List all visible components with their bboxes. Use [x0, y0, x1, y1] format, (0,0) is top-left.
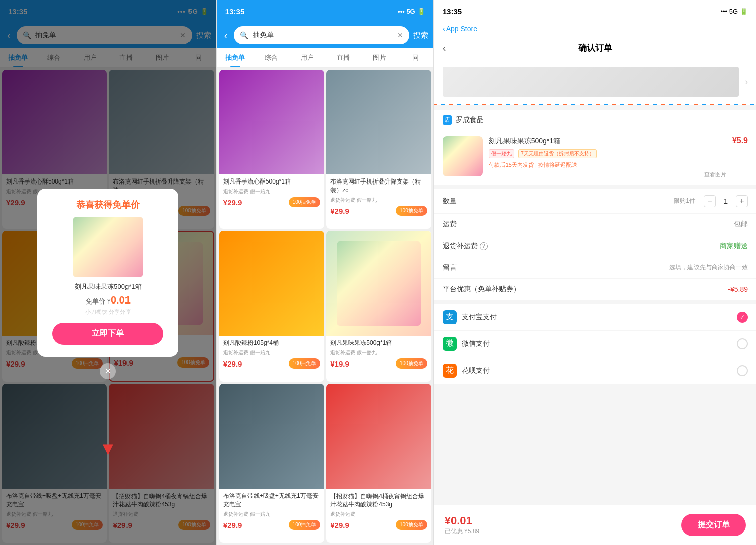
alipay-label: 支付宝支付 [462, 313, 737, 322]
popup-product-name: 刻凡果味果冻500g*1箱 [75, 282, 141, 291]
order-title: 确认订单 [578, 42, 612, 54]
order-time: 13:35 [443, 7, 462, 16]
p2-card-2[interactable]: 布洛克网红手机折叠升降支架（精装）zc 退货补运费 假一赔九 ¥29.9 100… [326, 70, 431, 229]
popup-close-button[interactable]: ✕ [100, 363, 116, 379]
back-button-2[interactable]: ‹ [222, 28, 230, 43]
return-shipping-value: 商家赠送 [720, 241, 748, 251]
p2-card-5[interactable]: 布洛克自带线+吸盘+无线充1万毫安充电宝 退货补运费 假一赔九 ¥29.9 10… [219, 384, 324, 543]
seller-icon: 店 [443, 115, 452, 125]
popup-card: 恭喜获得免单价 刻凡果味果冻500g*1箱 免单价 ¥0.01 小刀餐饮 分享分… [37, 189, 178, 357]
search-input-wrap-2[interactable]: 🔍 抽免单 ✕ [234, 26, 409, 44]
huabei-icon: 花 [443, 364, 457, 378]
p2-price-6: ¥29.9 [330, 521, 349, 529]
popup-title: 恭喜获得免单价 [76, 199, 140, 211]
p2-free-4[interactable]: 100抽免单 [396, 358, 427, 369]
product-tag-2: 7天无理由退货（拆封后不支持） [518, 149, 597, 158]
p2-img-1 [219, 70, 324, 174]
order-header: ‹ 确认订单 [434, 37, 756, 59]
p2-sub-5: 退货补运费 假一赔九 [223, 511, 320, 518]
signal-2: ••• 5G [398, 8, 415, 15]
qty-minus-button[interactable]: − [704, 195, 716, 207]
order-content: › 店 罗成食品 刻凡果味果冻500g*1箱 假一赔九 7天无理由退货（拆封后不… [434, 59, 756, 505]
search-bar-2: ‹ 🔍 抽免单 ✕ 搜索 [217, 22, 433, 48]
huabei-label: 花呗支付 [462, 366, 737, 375]
order-bottom-bar: ¥0.01 已优惠 ¥5.89 提交订单 [434, 505, 756, 545]
p2-free-1[interactable]: 100抽免单 [289, 197, 321, 207]
product-order-row[interactable]: 刻凡果味果冻500g*1箱 假一赔九 7天无理由退货（拆封后不支持） 付款后15… [434, 130, 756, 185]
p2-price-5: ¥29.9 [223, 521, 242, 529]
p2-card-1[interactable]: 刻凡香芋流心酥500g*1箱 退货补运费 假一赔九 ¥29.9 100抽免单 [219, 70, 324, 229]
tab-image-2[interactable]: 图片 [361, 48, 397, 67]
popup-order-button[interactable]: 立即下单 [52, 323, 163, 345]
seller-section: 店 罗成食品 刻凡果味果冻500g*1箱 假一赔九 7天无理由退货（拆封后不支持… [434, 110, 756, 185]
p2-free-5[interactable]: 100抽免单 [289, 520, 321, 530]
tab-zonghe-2[interactable]: 综合 [253, 48, 289, 67]
discount-label: 平台优惠（免单补贴券） [443, 285, 728, 294]
tab-choumiandan-2[interactable]: 抽免单 [217, 48, 253, 67]
order-signal: ••• 5G [720, 8, 738, 15]
p2-free-3[interactable]: 100抽免单 [289, 358, 321, 369]
return-shipping-row: 退货补运费 ? 商家赠送 [434, 235, 756, 257]
seller-name: 罗成食品 [456, 115, 484, 125]
tab-live-2[interactable]: 直播 [325, 48, 361, 67]
p2-img-4 [326, 231, 431, 336]
p2-title-6: 【招财猫】自嗨锅4桶夜宵锅组合爆汁花菇牛肉酸辣粉453g [330, 492, 427, 509]
p2-img-2 [326, 70, 431, 174]
discount-row: 平台优惠（免单补贴券） -¥5.89 [434, 279, 756, 300]
view-img-link[interactable]: 查看图片 [489, 171, 726, 178]
p2-sub-1: 退货补运费 假一赔九 [223, 188, 320, 195]
payment-alipay-row[interactable]: 支 支付宝支付 [434, 304, 756, 331]
payment-section: 支 支付宝支付 微 微信支付 花 花呗支付 [434, 304, 756, 384]
search-icon-2: 🔍 [240, 31, 248, 39]
seller-row: 店 罗成食品 [434, 110, 756, 130]
p2-price-2: ¥29.9 [330, 207, 349, 215]
product-order-img [443, 136, 483, 176]
submit-order-button[interactable]: 提交订单 [681, 514, 746, 536]
wechat-radio[interactable] [737, 338, 748, 349]
battery-2: 🔋 [417, 8, 425, 15]
appstore-back-icon[interactable]: ‹ [443, 24, 445, 33]
product-order-name: 刻凡果味果冻500g*1箱 [489, 136, 726, 146]
popup-overlay: 恭喜获得免单价 刻凡果味果冻500g*1箱 免单价 ¥0.01 小刀餐饮 分享分… [0, 0, 216, 545]
alipay-icon: 支 [443, 310, 457, 324]
p2-free-2[interactable]: 100抽免单 [396, 206, 427, 216]
shipping-label: 运费 [443, 220, 734, 229]
total-price: ¥0.01 [445, 514, 479, 527]
total-section: ¥0.01 已优惠 ¥5.89 [445, 514, 479, 536]
qty-plus-button[interactable]: + [736, 195, 748, 207]
wechat-icon: 微 [443, 337, 457, 351]
clear-icon-2[interactable]: ✕ [397, 31, 403, 39]
order-details-section: 数量 限购1件 − 1 + 运费 包邮 退货补运费 ? 商家赠送 [434, 189, 756, 300]
return-shipping-label: 退货补运费 ? [443, 241, 720, 251]
p2-sub-2: 退货补运费 假一赔九 [330, 197, 427, 204]
note-placeholder[interactable]: 选填，建议先与商家协商一致 [669, 263, 748, 272]
total-saved: 已优惠 ¥5.89 [445, 527, 479, 536]
payment-huabei-row[interactable]: 花 花呗支付 [434, 357, 756, 384]
p2-free-6[interactable]: 100抽免单 [396, 520, 427, 530]
tab-more-2[interactable]: 同 [397, 48, 433, 67]
panel-order: 13:35 ••• 5G 🔋 ‹ App Store ‹ 确认订单 › 店 罗成… [434, 0, 756, 545]
appstore-label[interactable]: App Store [446, 25, 477, 33]
p2-card-3[interactable]: 刻凡酸辣粉105g*4桶 退货补运费 假一赔九 ¥29.9 100抽免单 [219, 231, 324, 382]
wechat-label: 微信支付 [462, 339, 737, 348]
qty-limit-text: 限购1件 [674, 197, 696, 205]
tab-user-2[interactable]: 用户 [289, 48, 325, 67]
p2-sub-6: 退货补运费 [330, 511, 427, 518]
payment-wechat-row[interactable]: 微 微信支付 [434, 331, 756, 357]
alipay-radio[interactable] [737, 312, 748, 323]
product-order-detail: 刻凡果味果冻500g*1箱 假一赔九 7天无理由退货（拆封后不支持） 付款后15… [489, 136, 726, 178]
info-icon: ? [480, 242, 488, 250]
p2-img-6 [326, 384, 431, 489]
p2-price-3: ¥29.9 [223, 359, 242, 368]
p2-title-5: 布洛克自带线+吸盘+无线充1万毫安充电宝 [223, 492, 320, 509]
p2-img-3 [219, 231, 324, 336]
p2-card-4[interactable]: 刻凡果味果冻500g*1箱 退货补运费 假一赔九 ¥19.9 100抽免单 [326, 231, 431, 382]
search-button-2[interactable]: 搜索 [413, 31, 428, 40]
popup-product-img [73, 217, 143, 277]
p2-sub-4: 退货补运费 假一赔九 [330, 349, 427, 356]
p2-card-6[interactable]: 【招财猫】自嗨锅4桶夜宵锅组合爆汁花菇牛肉酸辣粉453g 退货补运费 ¥29.9… [326, 384, 431, 543]
order-back-button[interactable]: ‹ [443, 42, 446, 54]
address-section[interactable]: › [434, 59, 756, 105]
huabei-radio[interactable] [737, 365, 748, 376]
p2-price-4: ¥19.9 [330, 359, 349, 368]
